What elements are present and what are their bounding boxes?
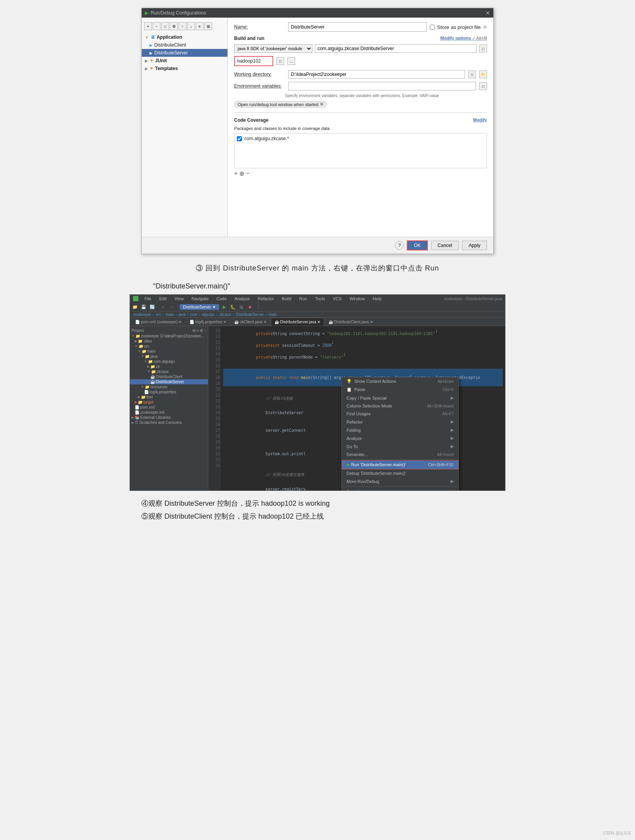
menu-help[interactable]: Help: [371, 296, 383, 302]
tree-test[interactable]: ▶ 📁 test: [130, 395, 208, 400]
arrow-up-button[interactable]: ↑: [179, 22, 186, 30]
junit-section[interactable]: ▶ ✦ JUnit: [142, 57, 227, 65]
menu-analyze[interactable]: Analyze: [233, 296, 251, 302]
menu-vcs[interactable]: VCS: [331, 296, 343, 302]
tree-external-libs[interactable]: ▶ 📚 External Libraries: [130, 415, 208, 420]
program-args-expand-button[interactable]: □: [276, 57, 284, 65]
tab-distributeserver[interactable]: ☕ DistributeServer.java ✕: [271, 318, 324, 326]
ctx-find-usages[interactable]: Find Usages Alt+F7: [342, 410, 458, 418]
breadcrumb-com[interactable]: com: [190, 312, 197, 317]
add-config-button[interactable]: +: [144, 22, 152, 30]
tree-main[interactable]: ▼ 📁 main: [130, 349, 208, 354]
ctx-folding[interactable]: Folding ▶: [342, 426, 458, 434]
ctx-more-run-debug[interactable]: More Run/Debug ▶: [342, 477, 458, 485]
ctx-goto[interactable]: Go To ▶: [342, 442, 458, 451]
program-args-box[interactable]: hadoop102: [234, 56, 273, 66]
breadcrumb-src[interactable]: src: [156, 312, 161, 317]
ctx-run-main[interactable]: ▶ Run 'DistributeServer.main()' Ctrl+Shi…: [342, 460, 458, 469]
distribute-client-item[interactable]: ▶ DistributeClient: [142, 41, 227, 49]
close-tag-icon[interactable]: ✕: [320, 102, 323, 107]
sdk-select[interactable]: java 8 SDK of 'zookeeper' module: [234, 44, 312, 53]
menu-refactor[interactable]: Refactor: [256, 296, 276, 302]
sidebar-settings-icon[interactable]: ⚙: [192, 328, 196, 333]
tree-target[interactable]: ▶ 📁 target: [130, 400, 208, 405]
tab-distributeclient[interactable]: ☕ DistributeClient.java ✕: [325, 318, 377, 326]
breadcrumb-java[interactable]: java: [179, 312, 186, 317]
menu-window[interactable]: Window: [348, 296, 366, 302]
toolbar-open-icon[interactable]: 📁: [132, 303, 139, 310]
settings-config-button[interactable]: ⚙: [170, 22, 178, 30]
breadcrumb-zkcase[interactable]: zkcase: [219, 312, 231, 317]
help-button[interactable]: ?: [395, 241, 404, 250]
tree-scratches[interactable]: ▶ 🗒 Scratches and Consoles: [130, 420, 208, 425]
open-file-button[interactable]: □: [479, 45, 487, 52]
store-project-checkbox[interactable]: [430, 25, 435, 30]
dialog-close-button[interactable]: ✕: [485, 10, 490, 16]
working-dir-input[interactable]: [288, 70, 465, 79]
ctx-debug-main[interactable]: Debug 'DistributeServer.main()': [342, 469, 458, 477]
tree-zk[interactable]: ▶ 📁 zk: [130, 364, 208, 369]
coverage-add-pattern-button[interactable]: ⊕: [239, 170, 244, 177]
name-input[interactable]: [288, 22, 427, 32]
toolbar-save-icon[interactable]: 💾: [140, 303, 147, 310]
coverage-checkbox[interactable]: [237, 136, 242, 141]
tree-idea[interactable]: ▶ 📁 .idea: [130, 339, 208, 344]
cancel-button[interactable]: Cancel: [431, 241, 459, 250]
coverage-remove-button[interactable]: −: [246, 170, 249, 177]
program-args-dots-button[interactable]: …: [287, 57, 295, 65]
copy-config-button[interactable]: □: [161, 22, 169, 30]
breadcrumb-main[interactable]: main: [166, 312, 174, 317]
sidebar-equalizer-icon[interactable]: ≡: [197, 328, 199, 333]
ctx-generate[interactable]: Generate... Alt+Insert: [342, 451, 458, 458]
application-section[interactable]: ▼ 🖥 Application: [142, 33, 227, 41]
debug-button[interactable]: 🐛: [229, 303, 236, 310]
arrow-down-button[interactable]: ↓: [187, 22, 195, 30]
run-button[interactable]: ▶: [221, 303, 228, 310]
ctx-show-context-actions[interactable]: 💡Show Context Actions Alt+Enter: [342, 377, 458, 386]
menu-navigate[interactable]: Navigate: [190, 296, 210, 302]
stop-button[interactable]: ■: [247, 303, 254, 310]
distribute-server-item[interactable]: ▶ DistributeServer: [142, 49, 227, 57]
modify-coverage-link[interactable]: Modify: [473, 117, 487, 123]
menu-view[interactable]: View: [173, 296, 186, 302]
ctx-paste[interactable]: 📋Paste Ctrl+V: [342, 386, 458, 394]
env-vars-input[interactable]: [288, 82, 476, 90]
tab-pomxml[interactable]: 📄 pom.xml (zookeeper) ✕: [132, 318, 185, 326]
sort-button[interactable]: ≡: [196, 22, 204, 30]
ctx-analyze[interactable]: Analyze ▶: [342, 434, 458, 442]
expand-button[interactable]: ⊞: [204, 22, 212, 30]
coverage-add-button[interactable]: +: [234, 170, 238, 177]
tree-iml[interactable]: 📄 zookeeper.iml: [130, 410, 208, 415]
tab-zkclient[interactable]: ☕ zkClient.java ✕: [231, 318, 270, 326]
tree-com-atguigu[interactable]: ▼ 📁 com.atguigu: [130, 359, 208, 364]
tab-log4j[interactable]: 📄 log4j.properties ✕: [186, 318, 230, 326]
toolbar-back-icon[interactable]: ←: [160, 303, 167, 310]
tree-distributeclient[interactable]: ☕ DistributeClient: [130, 374, 208, 379]
ok-button[interactable]: OK: [407, 240, 428, 251]
ctx-copy-paste-special[interactable]: Copy / Paste Special ▶: [342, 394, 458, 402]
tree-distributeserver[interactable]: ☕ DistributeServer: [130, 379, 208, 384]
working-dir-expand-button[interactable]: □: [468, 70, 476, 78]
run-with-coverage-button[interactable]: ◎: [238, 303, 245, 310]
apply-button[interactable]: Apply: [462, 241, 487, 250]
env-vars-expand-button[interactable]: □: [479, 82, 487, 90]
tree-zkcase[interactable]: ▼ 📁 zkcase: [130, 369, 208, 374]
breadcrumb-main-method[interactable]: main: [268, 312, 277, 317]
tree-src[interactable]: ▼ 📁 src: [130, 344, 208, 349]
menu-edit[interactable]: Edit: [158, 296, 168, 302]
breadcrumb-atguigu[interactable]: atguigu: [202, 312, 215, 317]
main-class-input[interactable]: [315, 44, 477, 53]
remove-config-button[interactable]: −: [153, 22, 161, 30]
menu-tools[interactable]: Tools: [313, 296, 327, 302]
menu-file[interactable]: File: [143, 296, 153, 302]
tree-log4j[interactable]: 📄 log4j.properties: [130, 389, 208, 395]
modify-options-link[interactable]: Modify options ✓ Alt+M: [440, 36, 487, 41]
tree-zookeeper[interactable]: ▼ 📁 zookeeper D:\IdeaProject2\zookee...: [130, 333, 208, 339]
run-config-selector[interactable]: DistributeServer ▼: [180, 304, 219, 310]
ctx-column-selection[interactable]: Column Selection Mode Alt+Shift+Insert: [342, 402, 458, 410]
sidebar-cog-icon[interactable]: ⚙: [200, 328, 203, 333]
sidebar-minus-icon[interactable]: −: [204, 328, 206, 333]
ctx-open-in[interactable]: Open In ▶: [342, 487, 458, 490]
breadcrumb-zookeeper[interactable]: zookeeper: [133, 312, 152, 317]
toolbar-forward-icon[interactable]: →: [169, 303, 176, 310]
